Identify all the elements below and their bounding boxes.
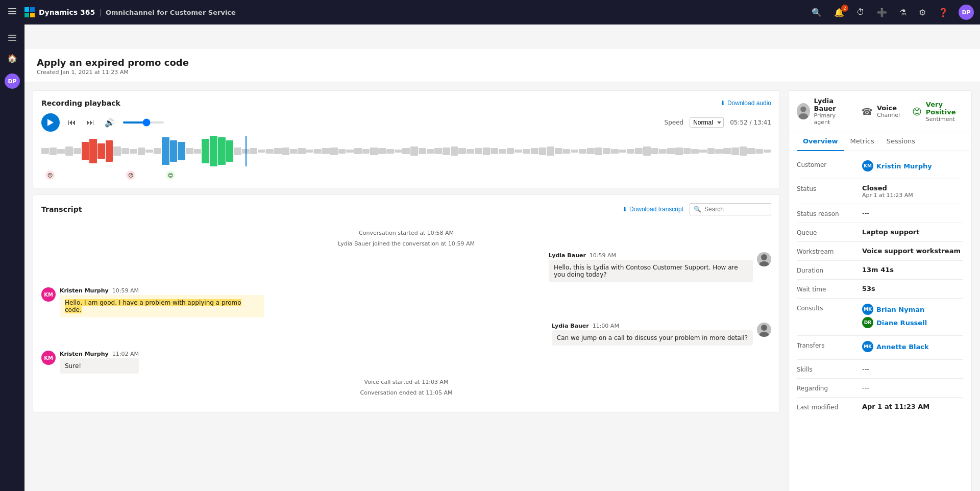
tab-sessions[interactable]: Sessions [880,132,921,151]
recording-header: Recording playback ⬇ Download audio [41,99,771,107]
svg-rect-9 [8,40,16,41]
info-row-last-modified: Last modified Apr 1 at 11:23 AM [797,398,963,416]
sentiment-icon: 😊 [912,106,922,117]
kristen-avatar-1: KM [41,287,56,302]
search-button[interactable]: 🔍 [810,6,824,19]
skills-value: --- [862,365,963,373]
regarding-value: --- [862,384,963,391]
svg-rect-3 [24,7,29,12]
customer-name[interactable]: Kristin Murphy [876,162,932,170]
channel-sublabel: Channel [877,112,900,118]
recording-title: Recording playback [41,99,120,107]
agent-name: Lydia Bauer [814,97,849,112]
nav-separator: | [99,8,102,16]
download-transcript-button[interactable]: ⬇ Download transcript [622,206,683,213]
tab-overview[interactable]: Overview [797,132,844,151]
sentiment-marker-negative-2: 😞 [126,170,135,180]
content-area: Recording playback ⬇ Download audio ⏮ ⏭ [24,82,980,491]
consult-name-diane[interactable]: Diane Russell [876,319,927,327]
volume-slider[interactable] [123,121,164,124]
sidebar-hamburger[interactable] [3,29,21,47]
status-label: Status [797,184,858,192]
chat-area: Conversation started at 10:58 AM Lydia B… [41,222,771,404]
download-audio-button[interactable]: ⬇ Download audio [720,100,771,107]
transfer-name-annette[interactable]: Annette Black [876,343,929,351]
info-row-transfers: Transfers MK Annette Black [797,336,963,360]
system-msg-4: Conversation ended at 11:05 AM [41,389,771,396]
time-total: 13:41 [753,119,771,126]
waveform-container[interactable] [41,136,771,166]
svg-rect-6 [30,13,35,17]
svg-rect-4 [30,7,35,12]
page-header: Apply an expired promo code Created Jan … [24,49,980,82]
recording-card: Recording playback ⬇ Download audio ⏮ ⏭ [33,90,780,188]
timer-button[interactable]: ⏱ [854,6,867,19]
phone-icon: ☎ [861,106,872,117]
filter-button[interactable]: ⚗ [897,6,909,19]
kristen-avatar-2: KM [41,351,56,365]
waveform-bars [41,136,771,166]
notifications-button[interactable]: 🔔 2 [832,6,846,19]
customer-value: KM Kristin Murphy [862,160,963,174]
play-button[interactable] [41,113,60,132]
volume-button[interactable]: 🔊 [103,116,117,130]
info-row-wait-time: Wait time 53s [797,280,963,299]
svg-rect-1 [8,11,16,12]
customer-label: Customer [797,160,858,168]
lydia-avatar-1 [757,252,771,266]
channel-info-item: ☎ Voice Channel [861,104,900,118]
sentiment-marker-positive: 😊 [166,170,175,180]
msg-bubble-4: Sure! [60,358,139,374]
sidebar-user-avatar[interactable]: DP [5,73,20,89]
speed-label: Speed [665,119,684,126]
audio-controls: ⏮ ⏭ 🔊 Speed Normal 0.5x 0.75x 1.25x 1.5x… [41,113,771,132]
transcript-search-input[interactable] [690,203,771,215]
lydia-avatar-2 [757,323,771,337]
help-button[interactable]: ❓ [936,6,950,19]
chat-message-3: Lydia Bauer 11:00 AM Can we jump on a ca… [41,323,771,346]
msg-meta-1: Lydia Bauer 10:59 AM [549,252,753,259]
info-row-status-reason: Status reason --- [797,204,963,223]
msg-bubble-2: Hello, I am good. I have a problem with … [60,295,264,317]
brand-name: Dynamics 365 [39,8,95,16]
transfers-label: Transfers [797,341,858,349]
svg-point-15 [800,106,806,112]
svg-rect-7 [8,35,16,36]
agent-avatar [797,103,810,119]
speed-select[interactable]: Normal 0.5x 0.75x 1.25x 1.5x 2x [690,117,724,128]
msg-meta-3: Lydia Bauer 11:00 AM [552,323,753,329]
system-msg-3: Voice call started at 11:03 AM [41,379,771,385]
right-panel: Lydia Bauer Primary agent ☎ Voice Channe… [788,90,972,491]
regarding-label: Regarding [797,384,858,392]
status-value: Closed Apr 1 at 11:23 AM [862,184,963,199]
hamburger-menu-button[interactable] [6,5,18,19]
svg-point-14 [759,332,769,337]
customer-item: KM Kristin Murphy [862,160,963,171]
channel-text: Voice Channel [877,104,900,118]
download-transcript-icon: ⬇ [622,206,627,213]
tab-metrics[interactable]: Metrics [844,132,880,151]
created-date: Created Jan 1, 2021 at 11:23 AM [37,69,968,76]
overview-content: Customer KM Kristin Murphy Status Closed… [789,151,971,491]
queue-label: Queue [797,228,858,236]
wait-time-label: Wait time [797,285,858,293]
rewind-button[interactable]: ⏮ [66,116,78,129]
svg-point-11 [761,254,767,260]
page-title: Apply an expired promo code [37,57,968,68]
nav-actions: 🔍 🔔 2 ⏱ ➕ ⚗ ⚙ ❓ DP [810,5,974,20]
add-button[interactable]: ➕ [875,6,889,19]
consult-name-brian[interactable]: Brian Nyman [876,306,924,313]
transfer-item-annette: MK Annette Black [862,341,963,352]
msg-content-1: Lydia Bauer 10:59 AM Hello, this is Lydi… [549,252,753,282]
download-icon: ⬇ [720,100,725,107]
transcript-header: Transcript ⬇ Download transcript 🔍 [41,203,771,215]
sentiment-info-item: 😊 Very Positive Sentiment [912,101,963,122]
sidebar-home[interactable]: 🏠 [3,49,21,67]
transfers-value: MK Annette Black [862,341,963,354]
forward-button[interactable]: ⏭ [84,116,96,129]
status-reason-value: --- [862,209,963,217]
msg-meta-4: Kristen Murphy 11:02 AM [60,351,139,357]
user-avatar[interactable]: DP [959,5,974,20]
settings-button[interactable]: ⚙ [917,6,928,19]
left-sidebar: 🏠 DP [0,24,24,491]
